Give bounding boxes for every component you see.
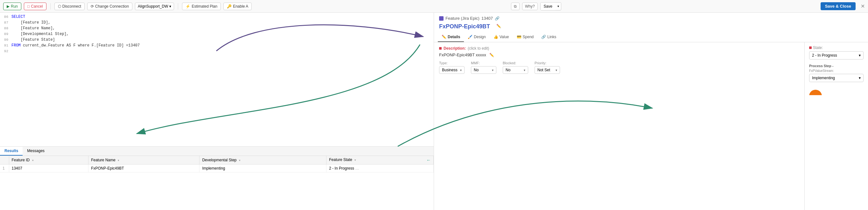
process-step-dropdown[interactable]: Implementing ▾: [809, 74, 864, 82]
spend-tab-icon: 💳: [517, 35, 522, 39]
sort-icon-feature-id: ▾: [32, 159, 34, 162]
mmf-dropdown[interactable]: No ▾: [471, 66, 496, 74]
sql-panel: 86 SELECT 87 [Feature ID], 88 [Feature N…: [0, 13, 434, 210]
link-icon[interactable]: 🔗: [495, 16, 500, 21]
mmf-field-label: MMF:: [471, 61, 496, 65]
tab-spend[interactable]: 💳 Spend: [513, 32, 538, 42]
description-label-row: Description: (click to edit): [439, 46, 799, 51]
toolbar: ▶ Run □ Cancel ⬡ Disconnect ⟳ Change Con…: [0, 0, 868, 13]
connection-dropdown[interactable]: AlignSupport_DW ▾: [135, 3, 174, 10]
tab-results[interactable]: Results: [0, 147, 23, 156]
state-chevron-icon: ▾: [859, 53, 861, 58]
sql-line-86: 86 SELECT: [0, 14, 434, 20]
run-icon: ▶: [7, 4, 9, 8]
description-edit-icon[interactable]: ✏️: [489, 53, 494, 57]
separator: [50, 3, 51, 9]
tab-value[interactable]: 👍 Value: [490, 32, 513, 42]
why-button[interactable]: Why?: [522, 3, 538, 10]
priority-dropdown[interactable]: Not Set ▾: [534, 66, 560, 74]
description-section: Description: (click to edit) FxPONP-Epic…: [439, 46, 799, 57]
run-label: Run: [11, 4, 18, 8]
right-panel: Feature (Jira Epic) 13407 🔗 FxPONP-Epic4…: [434, 13, 868, 210]
sort-icon-dev-step: ▾: [239, 159, 241, 162]
blocked-field-group: Blocked: No ▾: [503, 61, 528, 74]
description-dot: [439, 47, 442, 50]
col-feature-id[interactable]: Feature ID ▾: [9, 156, 89, 164]
disconnect-icon: ⬡: [58, 4, 61, 8]
state-dropdown[interactable]: 2 - In Progress ▾: [809, 51, 864, 60]
sql-line-89: 89 [Developmental Step],: [0, 31, 434, 37]
change-connection-button[interactable]: ⟳ Change Connection: [87, 3, 132, 10]
separator2: [178, 3, 178, 9]
description-click-hint[interactable]: (click to edit): [468, 46, 489, 51]
type-dropdown[interactable]: Business ▾: [439, 66, 465, 74]
run-button[interactable]: ▶ Run: [3, 3, 21, 10]
results-table: Feature ID ▾ Feature Name ▾ Developmenta…: [0, 156, 434, 173]
estimated-plan-icon: ⚡: [186, 4, 190, 8]
orange-circle-container: [809, 87, 864, 95]
sql-content-89: [Developmental Step],: [11, 31, 69, 37]
blocked-field-label: Blocked:: [503, 61, 528, 65]
process-step-section: Process Step - FxPValueStream: Implement…: [809, 64, 864, 82]
estimated-plan-button[interactable]: ⚡ Estimated Plan: [182, 3, 221, 10]
table-row: 1 13407 FxPONP-Epic49BT Implementing 2 -…: [0, 164, 434, 173]
fields-row: Type: Business ▾ MMF: No ▾: [439, 61, 799, 74]
description-value: FxPONP-Epic49BT xxxxx: [439, 53, 486, 57]
state-label: State:: [813, 46, 823, 50]
col-feature-state[interactable]: Feature State ▾ ←: [327, 156, 434, 164]
save-main-button[interactable]: Save: [540, 3, 556, 10]
line-num-90: 90: [0, 37, 11, 42]
orange-circle: [809, 90, 822, 95]
enable-button[interactable]: 🔑 Enable A: [223, 3, 252, 10]
tab-details[interactable]: ✏️ Details: [438, 32, 464, 42]
jira-id: 13407: [482, 16, 493, 21]
edit-pencil-icon[interactable]: ✏️: [496, 24, 501, 28]
state-sidebar: State: 2 - In Progress ▾ Process Step - …: [804, 42, 868, 210]
sql-line-88: 88 [Feature Name],: [0, 26, 434, 31]
priority-field-label: Priority:: [534, 61, 560, 65]
type-field-label: Type:: [439, 61, 465, 65]
main-layout: 86 SELECT 87 [Feature ID], 88 [Feature N…: [0, 13, 868, 210]
col-feature-name[interactable]: Feature Name ▾: [89, 156, 199, 164]
cell-feature-name: FxPONP-Epic49BT: [89, 164, 199, 173]
tab-links[interactable]: 🔗 Links: [537, 32, 560, 42]
sql-editor[interactable]: 86 SELECT 87 [Feature ID], 88 [Feature N…: [0, 13, 434, 146]
sort-icon-feature-name: ▾: [118, 159, 119, 162]
change-connection-icon: ⟳: [91, 4, 94, 8]
state-label-row: State:: [809, 46, 864, 50]
line-num-92: 92: [0, 48, 11, 54]
sql-content-92: [11, 48, 14, 54]
description-label-text: Description:: [443, 46, 466, 51]
sql-content-87: [Feature ID],: [11, 20, 50, 26]
col-dev-step[interactable]: Developmental Step ▾: [199, 156, 327, 164]
sql-line-91: 91 FROM current_dw.Feature AS F where F.…: [0, 42, 434, 48]
enable-label: Enable A: [233, 4, 248, 8]
cell-feature-state: 2 - In Progress …: [327, 164, 434, 173]
line-num-87: 87: [0, 20, 11, 26]
sql-content-91: FROM current_dw.Feature AS F where F.[Fe…: [11, 42, 140, 48]
estimated-plan-label: Estimated Plan: [191, 4, 217, 8]
line-num-86: 86: [0, 14, 11, 20]
connection-name: AlignSupport_DW: [138, 4, 168, 8]
tab-messages[interactable]: Messages: [23, 147, 49, 156]
save-close-button[interactable]: Save & Close: [820, 2, 856, 10]
cancel-button[interactable]: □ Cancel: [24, 3, 46, 10]
blocked-dropdown[interactable]: No ▾: [503, 66, 528, 74]
enable-icon: 🔑: [227, 4, 231, 8]
blocked-chevron-icon: ▾: [524, 68, 525, 72]
cell-dev-step: Implementing: [199, 164, 327, 173]
disconnect-button[interactable]: ⬡ Disconnect: [54, 3, 85, 10]
sql-select: SELECT: [11, 14, 25, 20]
sql-line-87: 87 [Feature ID],: [0, 20, 434, 26]
blocked-value: No: [505, 68, 510, 72]
copy-button[interactable]: ⧉: [511, 3, 520, 10]
process-step-value: Implementing: [812, 76, 835, 80]
save-arrow-button[interactable]: ▾: [556, 3, 561, 9]
process-step-chevron-icon: ▾: [859, 76, 861, 80]
close-button[interactable]: ✕: [861, 3, 865, 9]
cancel-icon: □: [27, 4, 30, 8]
tab-design[interactable]: 🖌️ Design: [464, 32, 489, 42]
save-split: Save ▾: [540, 2, 561, 10]
mmf-chevron-icon: ▾: [492, 68, 494, 72]
chevron-down-icon: ▾: [169, 4, 171, 8]
